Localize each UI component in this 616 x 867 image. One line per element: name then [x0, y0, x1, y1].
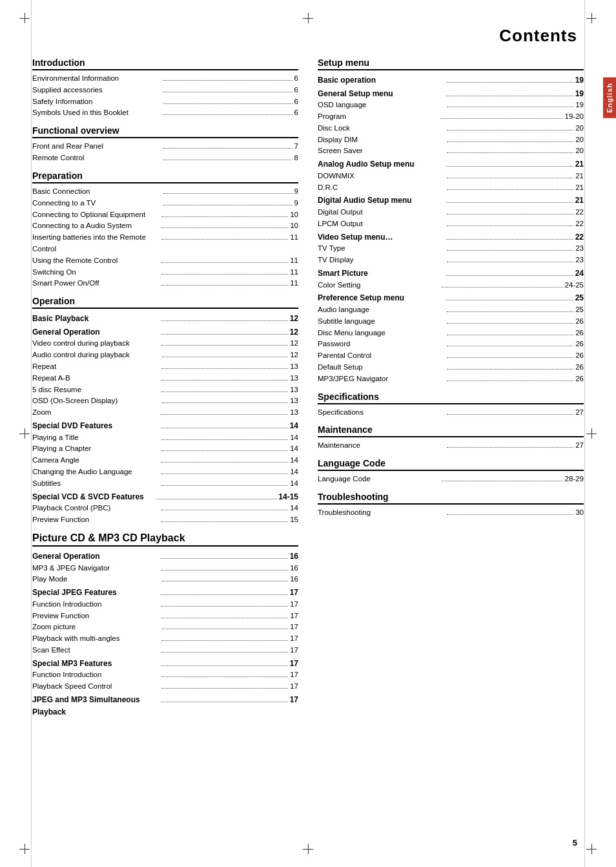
toc-page-num: 17 — [290, 694, 298, 706]
crosshair-top-right — [586, 13, 597, 23]
toc-page-num: 8 — [294, 152, 298, 164]
toc-page-num: 14 — [290, 466, 298, 478]
toc-dots — [161, 521, 289, 522]
toc-item-text: Playing a Title — [32, 432, 159, 444]
toc-item-text: Playback Speed Control — [32, 681, 159, 693]
toc-dots — [161, 439, 289, 440]
toc-page-num: 26 — [575, 316, 584, 328]
toc-dots — [161, 485, 289, 486]
toc-item-text: Maintenance — [318, 440, 445, 452]
toc-dots — [447, 357, 574, 358]
toc-dots — [163, 92, 293, 92]
section-title-troubleshooting: Troubleshooting — [318, 492, 584, 505]
toc-item-text: Special JPEG Features — [32, 587, 159, 599]
toc-item-text: Display DIM — [318, 134, 445, 146]
toc-page-num: 26 — [575, 362, 584, 373]
toc-page-num: 13 — [290, 384, 298, 396]
toc-item-text: Preference Setup menu — [318, 292, 444, 304]
toc-item-text: Scan Effect — [32, 645, 159, 656]
toc-page-num: 25 — [575, 304, 584, 316]
toc-item-text: Zoom picture — [32, 622, 159, 633]
toc-page-num: 17 — [290, 669, 298, 681]
toc-item: MP3/JPEG Navigator26 — [318, 373, 584, 385]
toc-dots — [161, 581, 289, 581]
toc-dots — [447, 323, 574, 324]
toc-dots — [447, 250, 574, 251]
toc-page-num: 6 — [294, 107, 298, 119]
toc-item: Basic Playback12 — [32, 311, 298, 325]
toc-page-num: 13 — [290, 407, 298, 419]
page-number: 5 — [573, 838, 577, 848]
toc-dots — [161, 334, 287, 335]
toc-item: General Setup menu19 — [318, 87, 584, 100]
toc-item-text: Digital Audio Setup menu — [318, 194, 444, 207]
toc-page-num: 6 — [294, 73, 298, 85]
toc-item-text: Program — [318, 111, 439, 123]
toc-item: Repeat13 — [32, 361, 298, 373]
toc-page-num: 9 — [294, 198, 298, 209]
toc-item: TV Type23 — [318, 243, 584, 255]
toc-item: OSD language19 — [318, 99, 584, 111]
section-maintenance: MaintenanceMaintenance27 — [318, 424, 584, 452]
toc-dots — [446, 239, 573, 240]
toc-item: Special MP3 Features17 — [32, 656, 298, 670]
toc-item-text: Subtitle language — [318, 316, 445, 328]
toc-dots — [447, 141, 574, 142]
toc-item: Display DIM20 — [318, 134, 584, 146]
section-setup-menu: Setup menuBasic operation19General Setup… — [318, 57, 584, 385]
toc-item-text: Video control during playback — [32, 338, 159, 350]
toc-page-num: 20 — [575, 145, 584, 157]
toc-page-num: 14 — [290, 420, 298, 432]
toc-item-text: Smart Power On/Off — [32, 278, 159, 289]
toc-item-text: Preview Function — [32, 514, 159, 526]
toc-page-num: 12 — [290, 326, 298, 339]
toc-page-num: 26 — [575, 350, 584, 362]
toc-page-num: 9 — [294, 186, 298, 198]
toc-page-num: 6 — [294, 85, 298, 96]
toc-item-text: Disc Lock — [318, 123, 445, 134]
section-title-maintenance: Maintenance — [318, 424, 584, 437]
toc-page-num: 13 — [290, 373, 298, 384]
toc-item: 5 disc Resume13 — [32, 384, 298, 396]
toc-item: Zoom picture17 — [32, 622, 298, 633]
toc-item-text: Basic Playback — [32, 313, 159, 325]
toc-item-text: 5 disc Resume — [32, 384, 159, 396]
toc-dots — [163, 193, 293, 194]
toc-dots — [161, 274, 289, 275]
toc-page-num: 12 — [290, 350, 298, 361]
toc-item: Language Code28-29 — [318, 474, 584, 485]
toc-dots — [163, 80, 293, 81]
toc-item-text: Zoom — [32, 407, 159, 419]
toc-page-num: 28-29 — [565, 474, 584, 485]
toc-item-text: Repeat — [32, 361, 159, 373]
toc-page-num: 20 — [575, 134, 584, 146]
toc-page-num: 17 — [290, 633, 298, 645]
toc-item: Video Setup menu…22 — [318, 230, 584, 244]
right-column: Setup menuBasic operation19General Setup… — [318, 57, 584, 724]
toc-item-text: Password — [318, 339, 445, 350]
toc-item: JPEG and MP3 Simultaneous Playback17 — [32, 693, 298, 718]
toc-page-num: 17 — [290, 599, 298, 611]
toc-item: Screen Saver20 — [318, 145, 584, 157]
toc-item: Special VCD & SVCD Features14-15 — [32, 490, 298, 503]
toc-item-text: Special MP3 Features — [32, 658, 159, 670]
toc-item: MP3 & JPEG Navigator16 — [32, 563, 298, 574]
toc-item-text: Audio language — [318, 304, 445, 316]
toc-item: Preview Function15 — [32, 514, 298, 526]
toc-item: Camera Angle14 — [32, 455, 298, 466]
toc-dots — [161, 618, 289, 618]
toc-page-num: 22 — [575, 218, 584, 230]
toc-item-text: TV Type — [318, 243, 445, 255]
toc-item: Using the Remote Control11 — [32, 255, 298, 267]
toc-item: Switching On11 — [32, 267, 298, 278]
toc-item-text: Remote Control — [32, 152, 161, 164]
toc-dots — [161, 227, 289, 228]
toc-page-num: 19 — [575, 88, 584, 100]
toc-page-num: 16 — [290, 563, 298, 574]
toc-item-text: DOWNMIX — [318, 171, 445, 182]
toc-item-text: OSD (On-Screen Display) — [32, 395, 159, 407]
toc-dots — [161, 345, 289, 346]
toc-dots — [161, 594, 287, 595]
toc-page-num: 20 — [575, 123, 584, 134]
toc-item: Environmental Information6 — [32, 73, 298, 85]
